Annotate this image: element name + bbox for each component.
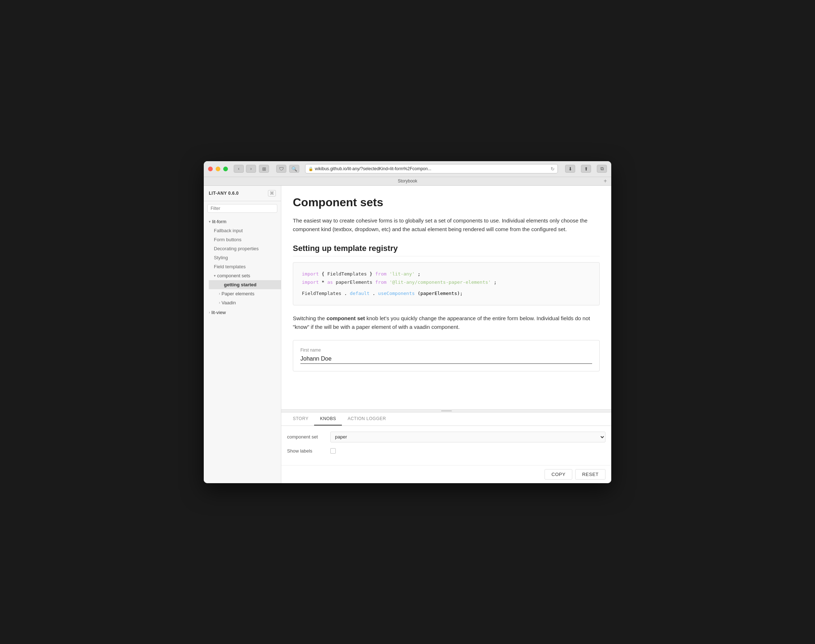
keyword-as: as bbox=[327, 279, 333, 285]
field-label: First name bbox=[301, 348, 592, 353]
resize-handle[interactable] bbox=[281, 409, 611, 412]
sidebar-toggle-button[interactable]: ⊞ bbox=[259, 165, 269, 173]
nav-group-header-lit-form[interactable]: ▾ lit-form bbox=[204, 217, 281, 226]
sidebar-nav: ▾ lit-form Fallback input Form buttons D… bbox=[204, 216, 281, 483]
new-tab-button[interactable]: + bbox=[604, 178, 607, 184]
nav-subgroup-component-sets: ▾ component sets getting started › Paper… bbox=[209, 271, 281, 307]
section-title: Setting up template registry bbox=[293, 244, 600, 256]
nav-group-header-lit-view[interactable]: › lit-view bbox=[204, 308, 281, 317]
refresh-button[interactable]: ↻ bbox=[551, 166, 555, 172]
knob-row-show-labels: Show labels bbox=[287, 448, 605, 454]
tab-bar: Storybook + bbox=[204, 177, 611, 186]
nav-subgroup-vaadin[interactable]: › Vaadin bbox=[209, 298, 281, 307]
chevron-down-icon: ▾ bbox=[209, 219, 210, 224]
nav-buttons: ‹ › bbox=[234, 165, 256, 173]
string-lit-any: 'lit-any' bbox=[390, 271, 415, 277]
knob-select-component-set[interactable]: paper vaadin bbox=[330, 432, 605, 442]
code-line-3: FieldTemplates . default . useComponents… bbox=[302, 289, 591, 297]
command-icon: ⌘ bbox=[268, 190, 276, 196]
bottom-panel: STORY KNOBS ACTION LOGGER component set … bbox=[281, 412, 611, 483]
nav-group-label-lit-form: lit-form bbox=[212, 219, 226, 224]
nav-subgroup-paper-label: Paper elements bbox=[221, 291, 254, 296]
sidebar-title: LIT-ANY 0.6.0 bbox=[209, 191, 239, 196]
right-icons: ⬇ ⬆ ⧉ bbox=[562, 165, 607, 173]
knob-label-component-set: component set bbox=[287, 434, 330, 440]
search-button[interactable]: 🔍 bbox=[289, 165, 299, 173]
code-line-2: import * as paperElements from '@lit-any… bbox=[302, 278, 591, 286]
lock-icon: 🔒 bbox=[309, 167, 313, 171]
page-title: Component sets bbox=[293, 196, 600, 209]
form-preview: First name bbox=[293, 340, 600, 371]
tab-story[interactable]: STORY bbox=[287, 412, 314, 425]
body-bold: component set bbox=[326, 315, 365, 321]
body-text: Switching the component set knob let's y… bbox=[293, 314, 600, 331]
sidebar-item-getting-started[interactable]: getting started bbox=[209, 280, 281, 289]
panel-footer: COPY RESET bbox=[281, 465, 611, 483]
nav-subgroup-vaadin-label: Vaadin bbox=[221, 300, 236, 305]
filter-input[interactable] bbox=[207, 204, 277, 213]
sidebar-item-styling[interactable]: Styling bbox=[204, 253, 281, 262]
sidebar-item-fallback-input[interactable]: Fallback input bbox=[204, 226, 281, 235]
forward-button[interactable]: › bbox=[246, 165, 256, 173]
knob-label-show-labels: Show labels bbox=[287, 448, 330, 454]
chevron-right-icon: › bbox=[219, 301, 220, 305]
share-icon[interactable]: ⬆ bbox=[581, 165, 591, 173]
code-ident-2: paperElements bbox=[336, 279, 375, 285]
sidebar: LIT-ANY 0.6.0 ⌘ ▾ lit-form Fallback inpu… bbox=[204, 186, 281, 483]
story-area: Component sets The easiest way to create… bbox=[281, 186, 611, 409]
tab-knobs[interactable]: KNOBS bbox=[314, 412, 342, 425]
sidebar-item-form-buttons[interactable]: Form buttons bbox=[204, 235, 281, 244]
close-button[interactable] bbox=[208, 167, 213, 171]
knob-checkbox-show-labels[interactable] bbox=[330, 448, 336, 454]
nav-group-lit-view: › lit-view bbox=[204, 308, 281, 317]
reset-button[interactable]: RESET bbox=[575, 469, 605, 480]
resize-dots bbox=[441, 410, 452, 411]
knob-row-component-set: component set paper vaadin bbox=[287, 432, 605, 442]
keyword-from-1: from bbox=[375, 271, 387, 277]
chevron-down-icon: ▾ bbox=[214, 274, 216, 278]
nav-group-lit-form: ▾ lit-form Fallback input Form buttons D… bbox=[204, 217, 281, 307]
tabs-icon[interactable]: ⧉ bbox=[597, 165, 607, 173]
keyword-import-1: import bbox=[302, 271, 319, 277]
main-area: LIT-ANY 0.6.0 ⌘ ▾ lit-form Fallback inpu… bbox=[204, 186, 611, 483]
browser-window: ‹ › ⊞ 🛡 🔍 🔒 wikibus.github.io/lit-any/?s… bbox=[204, 161, 611, 483]
download-icon[interactable]: ⬇ bbox=[565, 165, 575, 173]
field-input[interactable] bbox=[301, 354, 592, 364]
maximize-button[interactable] bbox=[223, 167, 228, 171]
minimize-button[interactable] bbox=[216, 167, 220, 171]
panel-tabs: STORY KNOBS ACTION LOGGER bbox=[281, 412, 611, 426]
address-bar[interactable]: 🔒 wikibus.github.io/lit-any/?selectedKin… bbox=[305, 164, 558, 173]
nav-group-label-lit-view: lit-view bbox=[211, 310, 226, 315]
copy-button[interactable]: COPY bbox=[545, 469, 572, 480]
nav-subgroup-label: component sets bbox=[217, 273, 250, 278]
keyword-from-2: from bbox=[375, 279, 387, 285]
shield-icon: 🛡 bbox=[276, 165, 286, 173]
code-line-1: import { FieldTemplates } from 'lit-any'… bbox=[302, 270, 591, 278]
sidebar-item-field-templates[interactable]: Field templates bbox=[204, 262, 281, 271]
sidebar-item-decorating-properties[interactable]: Decorating properties bbox=[204, 244, 281, 253]
keyword-import-2: import bbox=[302, 279, 319, 285]
nav-subgroup-header-component-sets[interactable]: ▾ component sets bbox=[209, 271, 281, 280]
nav-subgroup-paper-elements[interactable]: › Paper elements bbox=[209, 289, 281, 298]
chevron-right-icon: › bbox=[209, 310, 210, 314]
string-components: '@lit-any/components-paper-elements' bbox=[390, 279, 491, 285]
sidebar-header: LIT-ANY 0.6.0 ⌘ bbox=[204, 186, 281, 201]
back-button[interactable]: ‹ bbox=[234, 165, 244, 173]
page-description: The easiest way to create cohesive forms… bbox=[293, 216, 600, 234]
titlebar: ‹ › ⊞ 🛡 🔍 🔒 wikibus.github.io/lit-any/?s… bbox=[204, 161, 611, 177]
code-method-usecomponents: useComponents bbox=[378, 291, 415, 296]
traffic-lights bbox=[208, 167, 228, 171]
code-method-default: default bbox=[350, 291, 370, 296]
chevron-right-icon: › bbox=[219, 292, 220, 296]
code-block: import { FieldTemplates } from 'lit-any'… bbox=[293, 262, 600, 305]
code-ident-1: FieldTemplates bbox=[327, 271, 367, 277]
tab-title: Storybook bbox=[398, 178, 417, 184]
url-text: wikibus.github.io/lit-any/?selectedKind=… bbox=[315, 166, 551, 171]
panel-content: component set paper vaadin Show labels bbox=[281, 426, 611, 465]
tab-action-logger[interactable]: ACTION LOGGER bbox=[342, 412, 392, 425]
code-ident-3: FieldTemplates bbox=[302, 291, 342, 296]
content-area: Component sets The easiest way to create… bbox=[281, 186, 611, 483]
